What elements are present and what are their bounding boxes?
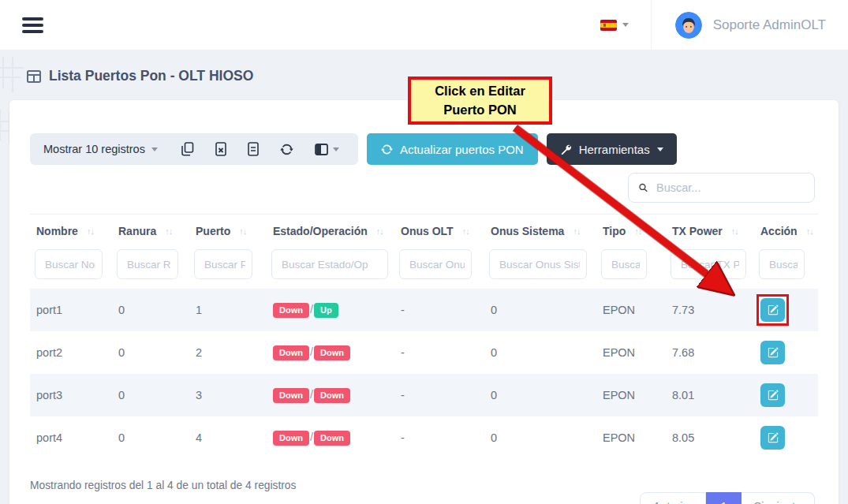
search-input[interactable] <box>656 181 804 194</box>
column-header-tipo[interactable]: Tipo↑↓ <box>596 215 666 248</box>
hamburger-menu-icon[interactable] <box>22 14 43 36</box>
filter-onus-sistema-input[interactable] <box>489 249 587 279</box>
edit-icon <box>768 432 779 443</box>
edit-port-button[interactable] <box>760 341 785 364</box>
column-header-onus-olt[interactable]: Onus OLT↑↓ <box>394 215 484 248</box>
filter-tipo-input[interactable] <box>601 249 647 279</box>
table-search <box>628 173 815 203</box>
column-header-accion[interactable]: Acción↑↓ <box>754 215 818 248</box>
status-badge: Down <box>273 388 309 403</box>
edit-icon <box>768 347 779 358</box>
status-badge: Down <box>273 303 309 318</box>
excel-file-icon <box>215 142 226 156</box>
pagination: Anterior 1 Siguiente <box>640 492 815 504</box>
edit-icon <box>768 304 779 315</box>
column-header-ranura[interactable]: Ranura↑↓ <box>112 215 189 248</box>
column-header-puerto[interactable]: Puerto↑↓ <box>189 215 267 248</box>
avatar <box>675 12 702 39</box>
status-badge: Down <box>314 388 350 403</box>
pagination-previous[interactable]: Anterior <box>640 492 707 504</box>
table-row: port1 0 1 Down/Up - 0 EPON 7.73 <box>30 289 818 331</box>
sort-icon: ↑↓ <box>376 226 383 236</box>
search-icon <box>639 181 648 194</box>
chevron-down-icon <box>622 23 629 27</box>
sort-icon: ↑↓ <box>806 226 813 236</box>
table-row: port4 0 4 Down/Down - 0 EPON 8.05 <box>30 416 818 459</box>
edit-port-button[interactable] <box>760 426 785 450</box>
refresh-icon <box>381 144 393 155</box>
annotation-callout: Click en Editar Puerto PON <box>408 77 552 125</box>
pagination-page-1[interactable]: 1 <box>706 492 741 504</box>
pon-ports-table: Nombre↑↓ Ranura↑↓ Puerto↑↓ Estado/Operac… <box>30 214 818 459</box>
language-dropdown[interactable] <box>600 20 651 31</box>
wrench-icon <box>560 144 572 155</box>
update-pon-ports-button[interactable]: Actualizar puertos PON <box>367 133 538 165</box>
column-header-tx-power[interactable]: TX Power↑↓ <box>666 215 754 248</box>
filter-nombre-input[interactable] <box>35 249 103 279</box>
column-header-onus-sistema[interactable]: Onus Sistema↑↓ <box>484 215 596 248</box>
column-header-estado[interactable]: Estado/Operación↑↓ <box>267 215 394 248</box>
filter-ranura-input[interactable] <box>117 249 178 279</box>
status-badge: Down <box>273 345 309 360</box>
table-controls-group: Mostrar 10 registros <box>30 133 358 165</box>
filter-estado-input[interactable] <box>271 249 388 279</box>
sort-icon: ↑↓ <box>573 226 580 236</box>
table-row: port2 0 2 Down/Down - 0 EPON 7.68 <box>30 331 818 374</box>
show-entries-dropdown[interactable]: Mostrar 10 registros <box>43 143 158 155</box>
sort-icon: ↑↓ <box>731 226 738 236</box>
status-badge: Down <box>314 431 350 446</box>
chevron-down-icon <box>151 147 158 151</box>
filter-tx-power-input[interactable] <box>671 249 746 279</box>
filter-accion-input[interactable] <box>759 249 805 279</box>
user-name: Soporte AdminOLT <box>713 17 826 33</box>
sort-icon: ↑↓ <box>87 226 94 236</box>
records-info: Mostrando registros del 1 al 4 de un tot… <box>30 473 296 491</box>
tools-dropdown-button[interactable]: Herramientas <box>547 133 677 165</box>
status-badge: Up <box>314 303 338 318</box>
export-file-button[interactable] <box>242 142 264 156</box>
refresh-icon <box>280 143 293 156</box>
status-badge: Down <box>273 431 309 446</box>
edit-port-button[interactable] <box>760 298 785 322</box>
copy-icon <box>181 142 194 156</box>
user-menu[interactable]: Soporte AdminOLT <box>651 0 826 50</box>
copy-button[interactable] <box>176 142 200 156</box>
columns-icon <box>315 144 328 155</box>
sort-icon: ↑↓ <box>165 226 172 236</box>
spain-flag-icon <box>600 20 617 31</box>
table-icon <box>27 70 41 83</box>
filter-onus-olt-input[interactable] <box>399 249 472 279</box>
sort-icon: ↑↓ <box>462 226 469 236</box>
column-header-nombre[interactable]: Nombre↑↓ <box>30 215 112 248</box>
chevron-down-icon <box>333 147 339 151</box>
reload-table-button[interactable] <box>275 143 299 156</box>
sort-icon: ↑↓ <box>239 226 246 236</box>
table-row: port3 0 3 Down/Down - 0 EPON 8.01 <box>30 374 818 416</box>
filter-puerto-input[interactable] <box>194 249 252 279</box>
edit-port-button[interactable] <box>760 383 785 407</box>
sort-icon: ↑↓ <box>634 226 641 236</box>
edit-icon <box>768 390 779 401</box>
status-badge: Down <box>314 345 350 360</box>
chevron-down-icon <box>657 147 663 151</box>
pon-ports-card: Mostrar 10 registros <box>9 100 839 504</box>
pagination-next[interactable]: Siguiente <box>742 492 815 504</box>
file-text-icon <box>248 142 259 156</box>
top-navbar: Soporte AdminOLT <box>0 0 848 50</box>
column-visibility-dropdown[interactable] <box>309 144 345 155</box>
export-excel-button[interactable] <box>210 142 232 156</box>
